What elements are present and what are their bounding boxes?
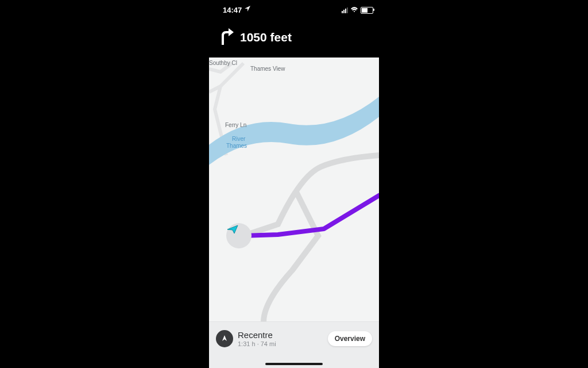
map-label-river: River xyxy=(232,136,245,142)
cellular-icon xyxy=(342,7,348,13)
map-label-southby: Southby Cl xyxy=(209,60,237,66)
status-right xyxy=(342,6,373,14)
current-location-marker[interactable] xyxy=(226,223,252,248)
direction-banner[interactable]: 1050 feet xyxy=(217,26,292,48)
status-bar: 14:47 xyxy=(209,0,379,20)
phone-frame: 14:47 1050 feet Southby Cl Thames xyxy=(209,0,379,368)
wifi-icon xyxy=(350,6,358,14)
recentre-button[interactable] xyxy=(216,330,233,347)
map-label-thames: Thames xyxy=(226,143,247,149)
bottom-bar: Recentre 1:31 h · 74 mi Overview xyxy=(209,321,379,368)
battery-icon xyxy=(361,7,373,14)
map-label-ferry-ln: Ferry Ln xyxy=(225,122,246,128)
location-services-icon xyxy=(245,6,250,13)
compass-icon xyxy=(220,335,229,343)
overview-button[interactable]: Overview xyxy=(328,331,372,346)
map-svg xyxy=(209,57,379,322)
home-indicator xyxy=(265,363,323,365)
map-label-thames-view: Thames View xyxy=(250,66,285,72)
turn-right-icon xyxy=(217,26,234,48)
status-time: 14:47 xyxy=(223,6,242,14)
eta-summary: 1:31 h · 74 mi xyxy=(238,340,276,347)
direction-distance: 1050 feet xyxy=(240,30,292,44)
recentre-label: Recentre xyxy=(238,330,276,340)
map-canvas[interactable]: Southby Cl Thames View Ferry Ln River Th… xyxy=(209,57,379,322)
location-arrow-icon xyxy=(226,223,239,236)
trip-info[interactable]: Recentre 1:31 h · 74 mi xyxy=(238,330,276,347)
